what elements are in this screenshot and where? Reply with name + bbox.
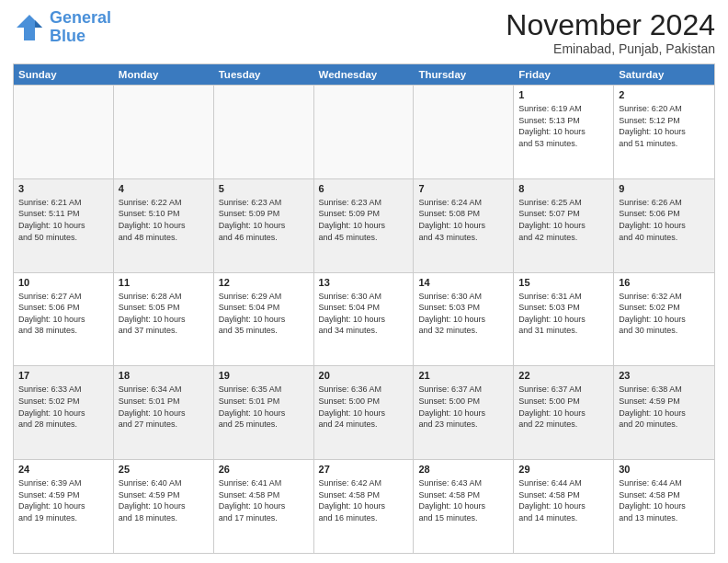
day-number: 17 <box>18 369 108 383</box>
cal-cell-2: 2Sunrise: 6:20 AMSunset: 5:12 PMDaylight… <box>614 86 714 178</box>
cal-cell-15: 15Sunrise: 6:31 AMSunset: 5:03 PMDayligh… <box>514 273 614 366</box>
day-info: Sunrise: 6:30 AMSunset: 5:03 PMDaylight:… <box>418 291 508 337</box>
day-info: Sunrise: 6:39 AMSunset: 4:59 PMDaylight:… <box>18 477 108 523</box>
day-number: 26 <box>219 463 309 477</box>
cal-cell-empty-4 <box>414 86 514 178</box>
cal-cell-3: 3Sunrise: 6:21 AMSunset: 5:11 PMDaylight… <box>14 179 114 272</box>
day-number: 28 <box>418 463 508 477</box>
day-number: 30 <box>619 463 710 477</box>
cal-cell-20: 20Sunrise: 6:36 AMSunset: 5:00 PMDayligh… <box>314 366 415 459</box>
cal-cell-12: 12Sunrise: 6:29 AMSunset: 5:04 PMDayligh… <box>214 273 314 366</box>
cal-cell-10: 10Sunrise: 6:27 AMSunset: 5:06 PMDayligh… <box>14 273 114 366</box>
cal-cell-11: 11Sunrise: 6:28 AMSunset: 5:05 PMDayligh… <box>114 273 214 366</box>
logo-text: General Blue <box>50 9 111 46</box>
day-info: Sunrise: 6:25 AMSunset: 5:07 PMDaylight:… <box>518 197 609 243</box>
day-info: Sunrise: 6:38 AMSunset: 4:59 PMDaylight:… <box>619 384 710 430</box>
day-number: 9 <box>619 182 710 196</box>
calendar-row-4: 24Sunrise: 6:39 AMSunset: 4:59 PMDayligh… <box>14 459 714 553</box>
header-day-friday: Friday <box>514 64 614 85</box>
day-number: 10 <box>18 276 108 290</box>
day-number: 20 <box>319 369 409 383</box>
day-info: Sunrise: 6:36 AMSunset: 5:00 PMDaylight:… <box>319 384 409 430</box>
day-number: 11 <box>119 276 209 290</box>
calendar-row-1: 3Sunrise: 6:21 AMSunset: 5:11 PMDaylight… <box>14 178 714 272</box>
day-info: Sunrise: 6:26 AMSunset: 5:06 PMDaylight:… <box>619 197 710 243</box>
day-info: Sunrise: 6:28 AMSunset: 5:05 PMDaylight:… <box>119 291 209 337</box>
header: General Blue November 2024 Eminabad, Pun… <box>13 9 715 56</box>
location: Eminabad, Punjab, Pakistan <box>506 41 715 56</box>
day-info: Sunrise: 6:31 AMSunset: 5:03 PMDaylight:… <box>518 291 609 337</box>
day-number: 19 <box>219 369 309 383</box>
header-day-thursday: Thursday <box>414 64 514 85</box>
day-number: 29 <box>518 463 609 477</box>
day-info: Sunrise: 6:19 AMSunset: 5:13 PMDaylight:… <box>518 103 609 149</box>
cal-cell-25: 25Sunrise: 6:40 AMSunset: 4:59 PMDayligh… <box>114 460 214 553</box>
cal-cell-24: 24Sunrise: 6:39 AMSunset: 4:59 PMDayligh… <box>14 460 114 553</box>
cal-cell-8: 8Sunrise: 6:25 AMSunset: 5:07 PMDaylight… <box>514 179 614 272</box>
day-info: Sunrise: 6:32 AMSunset: 5:02 PMDaylight:… <box>619 291 710 337</box>
day-number: 13 <box>319 276 409 290</box>
day-info: Sunrise: 6:30 AMSunset: 5:04 PMDaylight:… <box>319 291 409 337</box>
day-info: Sunrise: 6:34 AMSunset: 5:01 PMDaylight:… <box>119 384 209 430</box>
day-number: 21 <box>418 369 508 383</box>
day-number: 2 <box>619 88 710 102</box>
calendar-row-3: 17Sunrise: 6:33 AMSunset: 5:02 PMDayligh… <box>14 365 714 459</box>
logo-general: General <box>50 8 111 27</box>
day-info: Sunrise: 6:23 AMSunset: 5:09 PMDaylight:… <box>219 197 309 243</box>
cal-cell-27: 27Sunrise: 6:42 AMSunset: 4:58 PMDayligh… <box>314 460 415 553</box>
calendar-header: SundayMondayTuesdayWednesdayThursdayFrid… <box>14 64 714 85</box>
cal-cell-13: 13Sunrise: 6:30 AMSunset: 5:04 PMDayligh… <box>314 273 415 366</box>
day-number: 22 <box>518 369 609 383</box>
logo: General Blue <box>13 9 111 46</box>
day-info: Sunrise: 6:24 AMSunset: 5:08 PMDaylight:… <box>418 197 508 243</box>
cal-cell-28: 28Sunrise: 6:43 AMSunset: 4:58 PMDayligh… <box>414 460 514 553</box>
day-info: Sunrise: 6:37 AMSunset: 5:00 PMDaylight:… <box>418 384 508 430</box>
header-day-sunday: Sunday <box>14 64 114 85</box>
day-info: Sunrise: 6:41 AMSunset: 4:58 PMDaylight:… <box>219 477 309 523</box>
calendar-row-0: 1Sunrise: 6:19 AMSunset: 5:13 PMDaylight… <box>14 85 714 178</box>
day-info: Sunrise: 6:23 AMSunset: 5:09 PMDaylight:… <box>319 197 409 243</box>
cal-cell-26: 26Sunrise: 6:41 AMSunset: 4:58 PMDayligh… <box>214 460 314 553</box>
cal-cell-16: 16Sunrise: 6:32 AMSunset: 5:02 PMDayligh… <box>614 273 714 366</box>
day-info: Sunrise: 6:33 AMSunset: 5:02 PMDaylight:… <box>18 384 108 430</box>
cal-cell-23: 23Sunrise: 6:38 AMSunset: 4:59 PMDayligh… <box>614 366 714 459</box>
day-info: Sunrise: 6:40 AMSunset: 4:59 PMDaylight:… <box>119 477 209 523</box>
cal-cell-22: 22Sunrise: 6:37 AMSunset: 5:00 PMDayligh… <box>514 366 614 459</box>
cal-cell-9: 9Sunrise: 6:26 AMSunset: 5:06 PMDaylight… <box>614 179 714 272</box>
day-number: 12 <box>219 276 309 290</box>
cal-cell-empty-1 <box>114 86 214 178</box>
day-number: 14 <box>418 276 508 290</box>
cal-cell-5: 5Sunrise: 6:23 AMSunset: 5:09 PMDaylight… <box>214 179 314 272</box>
day-info: Sunrise: 6:42 AMSunset: 4:58 PMDaylight:… <box>319 477 409 523</box>
header-day-monday: Monday <box>114 64 214 85</box>
cal-cell-14: 14Sunrise: 6:30 AMSunset: 5:03 PMDayligh… <box>414 273 514 366</box>
day-info: Sunrise: 6:44 AMSunset: 4:58 PMDaylight:… <box>518 477 609 523</box>
day-info: Sunrise: 6:20 AMSunset: 5:12 PMDaylight:… <box>619 103 710 149</box>
day-number: 24 <box>18 463 108 477</box>
day-info: Sunrise: 6:27 AMSunset: 5:06 PMDaylight:… <box>18 291 108 337</box>
cal-cell-21: 21Sunrise: 6:37 AMSunset: 5:00 PMDayligh… <box>414 366 514 459</box>
cal-cell-17: 17Sunrise: 6:33 AMSunset: 5:02 PMDayligh… <box>14 366 114 459</box>
logo-blue: Blue <box>50 27 85 45</box>
header-day-tuesday: Tuesday <box>214 64 314 85</box>
header-day-saturday: Saturday <box>614 64 714 85</box>
cal-cell-30: 30Sunrise: 6:44 AMSunset: 4:58 PMDayligh… <box>614 460 714 553</box>
day-number: 6 <box>319 182 409 196</box>
cal-cell-18: 18Sunrise: 6:34 AMSunset: 5:01 PMDayligh… <box>114 366 214 459</box>
header-day-wednesday: Wednesday <box>314 64 415 85</box>
day-number: 8 <box>518 182 609 196</box>
cal-cell-empty-2 <box>214 86 314 178</box>
day-number: 27 <box>319 463 409 477</box>
calendar-row-2: 10Sunrise: 6:27 AMSunset: 5:06 PMDayligh… <box>14 272 714 366</box>
cal-cell-4: 4Sunrise: 6:22 AMSunset: 5:10 PMDaylight… <box>114 179 214 272</box>
cal-cell-6: 6Sunrise: 6:23 AMSunset: 5:09 PMDaylight… <box>314 179 415 272</box>
calendar-body: 1Sunrise: 6:19 AMSunset: 5:13 PMDaylight… <box>14 85 714 553</box>
month-title: November 2024 <box>506 9 715 41</box>
day-info: Sunrise: 6:21 AMSunset: 5:11 PMDaylight:… <box>18 197 108 243</box>
page: General Blue November 2024 Eminabad, Pun… <box>0 0 728 563</box>
day-number: 3 <box>18 182 108 196</box>
day-info: Sunrise: 6:44 AMSunset: 4:58 PMDaylight:… <box>619 477 710 523</box>
day-number: 1 <box>518 88 609 102</box>
day-number: 18 <box>119 369 209 383</box>
day-number: 23 <box>619 369 710 383</box>
